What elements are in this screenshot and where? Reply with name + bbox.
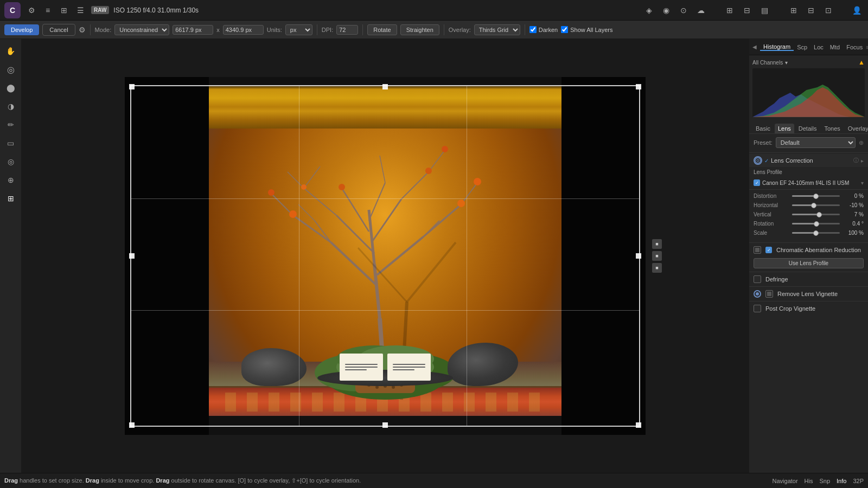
tones-tab[interactable]: Tones	[821, 124, 843, 133]
histogram-tab[interactable]: Histogram	[760, 43, 794, 51]
loupe-tool-icon[interactable]: ◎	[3, 62, 18, 77]
module-icon-1[interactable]: ⚙	[25, 4, 38, 17]
32p-button[interactable]: 32P	[853, 478, 864, 484]
rotation-value: 0.4 °	[843, 221, 864, 227]
crop-tool-icon[interactable]: ⊞	[3, 191, 18, 206]
dpi-input[interactable]	[336, 25, 358, 35]
preset-menu-icon[interactable]: ⊕	[859, 139, 864, 146]
healing-tool-icon[interactable]: ⬤	[3, 80, 18, 95]
lens-profile-dropdown-icon[interactable]: ▾	[861, 180, 864, 186]
svg-line-18	[298, 204, 315, 221]
his-button[interactable]: His	[805, 478, 813, 484]
hand-tool-icon[interactable]: ✋	[3, 43, 18, 59]
module-icon-3[interactable]: ⊞	[58, 4, 71, 17]
remove-vignette-label: Remove Lens Vignette	[777, 291, 838, 297]
cloud-icon[interactable]: ☁	[694, 4, 707, 17]
svg-line-4	[293, 215, 331, 242]
x-separator: x	[216, 27, 220, 33]
view-icon-1[interactable]: ◈	[642, 4, 655, 17]
profile-icon[interactable]: 👤	[851, 4, 864, 17]
red-eye-tool-icon[interactable]: ◑	[3, 99, 18, 114]
display-case	[209, 85, 561, 416]
lens-correction-expand-icon[interactable]: ▸	[861, 158, 864, 164]
right-icon-1[interactable]: ⊞	[787, 4, 800, 17]
radial-tool-icon[interactable]: ◎	[3, 154, 18, 169]
focus-tab[interactable]: Focus	[843, 44, 866, 50]
scale-fill	[792, 232, 816, 234]
distortion-thumb[interactable]	[813, 194, 819, 199]
view-icon-2[interactable]: ◉	[660, 4, 673, 17]
right-icon-2[interactable]: ⊟	[805, 4, 818, 17]
lens-tab[interactable]: Lens	[775, 124, 794, 133]
gradient-tool-icon[interactable]: ▭	[3, 136, 18, 151]
basic-tab[interactable]: Basic	[752, 124, 774, 133]
scp-tab[interactable]: Scp	[794, 44, 810, 50]
histogram-graph	[752, 68, 865, 117]
sliders-section: Distortion 0 % Horizontal -10 % Vertical	[749, 191, 868, 241]
vertical-thumb[interactable]	[816, 212, 822, 217]
svg-line-7	[423, 204, 461, 237]
chromatic-checkbox[interactable]: ✓	[765, 247, 772, 253]
height-input[interactable]	[223, 25, 264, 35]
scale-thumb[interactable]	[813, 230, 819, 236]
distortion-track	[792, 195, 840, 197]
develop-button[interactable]: Develop	[4, 24, 39, 35]
module-icon-4[interactable]: ☰	[74, 4, 87, 17]
canvas-area[interactable]: ■ ■ ■ ↖	[22, 39, 749, 473]
adjustment-tool-icon[interactable]: ⊕	[3, 172, 18, 188]
divider-4	[749, 272, 868, 272]
defringe-checkbox[interactable]	[754, 275, 761, 283]
lens-correction-info-icon[interactable]: ⓘ	[853, 157, 859, 164]
layout-icon-1[interactable]: ⊞	[723, 4, 736, 17]
remove-vignette-checkbox[interactable]	[765, 290, 773, 298]
channels-dropdown-icon[interactable]: ▾	[785, 60, 788, 66]
toolbar: Develop Cancel ⚙ Mode: Unconstrained x U…	[0, 21, 868, 39]
dark-left	[125, 77, 209, 435]
navigator-button[interactable]: Navigator	[773, 478, 798, 484]
horizontal-thumb[interactable]	[811, 203, 816, 208]
lens-profile-checkbox[interactable]: ✓	[754, 179, 760, 186]
width-input[interactable]	[173, 25, 213, 35]
module-icon-2[interactable]: ≡	[41, 4, 54, 17]
rotation-thumb[interactable]	[814, 221, 819, 227]
mtd-tab[interactable]: Mtd	[827, 44, 843, 50]
remove-vignette-row: Remove Lens Vignette	[749, 288, 868, 300]
panel-collapse-icon[interactable]: ◀	[752, 44, 757, 50]
brush-tool-icon[interactable]: ✏	[3, 117, 18, 132]
rotation-label: Rotation	[754, 221, 789, 227]
layout-icon-3[interactable]: ▤	[758, 4, 771, 17]
panel-menu-icon[interactable]: ≡	[866, 44, 868, 50]
horizontal-label: Horizontal	[754, 202, 789, 208]
overlay-select[interactable]: Thirds Grid	[474, 24, 520, 35]
view-icon-3[interactable]: ⊙	[677, 4, 690, 17]
overlays-tab[interactable]: Overlays	[845, 124, 868, 133]
chromatic-row: ✓ Chromatic Aberration Reduction	[749, 244, 868, 256]
post-crop-checkbox[interactable]	[754, 305, 761, 312]
layout-icon-2[interactable]: ⊟	[741, 4, 754, 17]
side-control-2[interactable]: ■	[652, 251, 662, 261]
svg-line-16	[380, 156, 385, 183]
show-layers-checkbox[interactable]	[561, 26, 568, 33]
lens-correction-label: Lens Correction	[771, 157, 813, 164]
rotate-button[interactable]: Rotate	[367, 24, 397, 35]
crop-container: ■ ■ ■	[125, 77, 646, 435]
right-icon-3[interactable]: ⊡	[822, 4, 835, 17]
loc-tab[interactable]: Loc	[810, 44, 827, 50]
cancel-button[interactable]: Cancel	[42, 24, 75, 36]
darken-checkbox[interactable]	[529, 26, 537, 33]
units-select[interactable]: px	[285, 24, 312, 35]
info-button[interactable]: Info	[837, 478, 846, 484]
side-control-3[interactable]: ■	[652, 263, 662, 273]
side-control-1[interactable]: ■	[652, 239, 662, 249]
svg-point-25	[474, 178, 481, 185]
svg-point-27	[457, 200, 465, 207]
preset-select[interactable]: Default	[776, 137, 856, 148]
svg-point-29	[289, 210, 297, 218]
snp-button[interactable]: Snp	[819, 478, 830, 484]
use-lens-profile-button[interactable]: Use Lens Profile	[754, 258, 864, 268]
mode-select[interactable]: Unconstrained	[114, 24, 169, 35]
details-tab[interactable]: Details	[795, 124, 820, 133]
straighten-button[interactable]: Straighten	[400, 24, 439, 35]
lens-correction-header[interactable]: ✓ Lens Correction ⓘ ▸	[749, 154, 868, 167]
settings-gear-icon[interactable]: ⚙	[79, 25, 86, 34]
